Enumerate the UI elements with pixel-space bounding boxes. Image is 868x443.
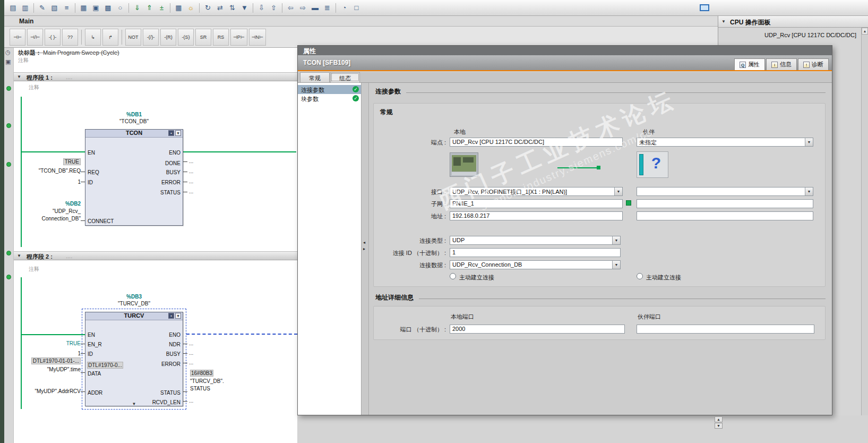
load-values-icon[interactable]: ⇅ (227, 3, 238, 13)
rs-flipflop-button[interactable]: RS (213, 29, 229, 46)
tcon-block[interactable]: TCON ▪ ▾ EN REQ ID CONNECT ENO DONE BUSY… (85, 129, 183, 226)
chevron-down-icon[interactable]: ▼ (805, 188, 813, 195)
chevron-down-icon[interactable]: ▼ (612, 236, 620, 244)
connect-operand-line1[interactable]: "UDP_Rcv_ (14, 208, 81, 214)
cpu-panel-scrollbar[interactable]: ▲ (861, 28, 868, 415)
pane-splitter[interactable]: ◂ ▸ (362, 83, 369, 415)
set-coil-button[interactable]: -(S) (178, 29, 194, 46)
chevron-down-icon[interactable]: ▼ (614, 188, 622, 195)
reset-coil-button[interactable]: -(R) (160, 29, 176, 46)
network-2-comment: 注释 (29, 266, 39, 273)
nav-item-connection-params[interactable]: 连接参数 ✓ (298, 85, 361, 94)
close-branch-button[interactable]: ↱ (102, 29, 118, 46)
id-operand[interactable]: 1 (14, 179, 81, 185)
program-editor[interactable]: 块标题： Main Program Sweep (Cycle) 注释 ▼ 程序段… (14, 48, 297, 443)
data-operand[interactable]: "MyUDP".time (14, 367, 81, 372)
block-options-icon[interactable]: ▾ (175, 313, 181, 319)
port-local-field[interactable]: 2000 (450, 325, 625, 334)
cpu-panel-header[interactable]: ▼ CPU 操作面板 (718, 16, 868, 28)
info-tab-button[interactable]: i 信息 (766, 58, 797, 70)
active-connection-radio-local[interactable] (450, 273, 456, 279)
network-1-header[interactable]: ▼ 程序段 1 : .... (14, 72, 297, 81)
contact-nc-button[interactable]: ⊣/⊢ (27, 29, 43, 46)
connect-operand-line2[interactable]: Connection_DB" (14, 216, 81, 222)
address-partner-field[interactable] (637, 211, 813, 220)
addr-operand[interactable]: "MyUDP".AddrRCV (14, 388, 81, 394)
collapse-network-icon[interactable]: ▼ (17, 74, 21, 79)
export-icon[interactable]: ⇑ (144, 3, 155, 13)
structure-alt-icon[interactable]: ≣ (322, 3, 333, 13)
port-partner-field[interactable] (637, 325, 814, 334)
go-online-icon[interactable]: ⇦ (285, 3, 296, 13)
block-options-icon[interactable]: ▾ (175, 130, 181, 136)
network-2-header[interactable]: ▼ 程序段 2 : .... (14, 251, 297, 260)
connection-type-select[interactable]: UDP▼ (450, 236, 621, 245)
chevron-down-icon[interactable]: ▼ (612, 261, 620, 269)
import-icon[interactable]: ⇓ (132, 3, 143, 13)
active-connection-radio-partner[interactable] (637, 273, 643, 279)
snapshot-icon[interactable]: ⇄ (214, 3, 226, 13)
not-button[interactable]: NOT (125, 29, 141, 46)
chevron-down-icon[interactable]: ▼ (721, 19, 726, 24)
connection-id-field[interactable]: 1 (450, 248, 621, 257)
data-inline-value: DTL#1970-0... (87, 362, 123, 369)
refresh-icon[interactable]: ↻ (202, 3, 213, 13)
scroll-down-icon[interactable]: ▼ (715, 423, 723, 429)
sr-flipflop-button[interactable]: SR (195, 29, 211, 46)
display-ic[interactable] (700, 4, 709, 11)
scroll-up-icon[interactable]: ▲ (862, 28, 868, 35)
subnet-local-field[interactable]: PN/IE_1 (450, 199, 623, 208)
comment-icon[interactable]: ○ (115, 3, 126, 13)
status-operand-line1[interactable]: "TURCV_DB". (190, 378, 224, 384)
splitter-left-icon[interactable]: ◂ (363, 240, 365, 245)
endpoint-local-field[interactable]: UDP_Rcv [CPU 1217C DC/DC/DC] (450, 138, 623, 147)
diagnostics-tab-button[interactable]: ! 诊断 (798, 58, 829, 70)
empty-box-button[interactable]: ?? (62, 29, 78, 46)
upload-icon[interactable]: ⇧ (268, 3, 279, 13)
printer-icon[interactable]: □ (351, 3, 362, 13)
delete-row-icon[interactable]: ▩ (102, 3, 114, 13)
block-image-icon[interactable]: ▪ (168, 313, 174, 319)
go-offline-icon[interactable]: ⇨ (297, 3, 308, 13)
coil-button[interactable]: -( )- (45, 29, 61, 46)
edit-icon[interactable]: ✎ (37, 3, 48, 13)
tab-general[interactable]: 常规 (300, 72, 330, 82)
id-operand[interactable]: 1 (14, 351, 81, 356)
n-trig-button[interactable]: ⊣N⊢ (249, 29, 266, 46)
req-operand[interactable]: "TCON_DB".REQ (14, 168, 81, 174)
nav-item-block-params[interactable]: 块参数 ✓ (298, 94, 361, 103)
new-icon[interactable]: ▤ (7, 3, 19, 13)
structure-icon[interactable]: ▬ (310, 3, 321, 13)
compare-icon[interactable]: ± (156, 3, 167, 13)
block-expander-icon[interactable]: ▼ (85, 402, 183, 406)
collapse-network-icon[interactable]: ▼ (17, 253, 21, 258)
contact-no-button[interactable]: ⊣⊢ (10, 29, 25, 46)
p-trig-button[interactable]: ⊣P⊢ (230, 29, 247, 46)
scroll-up-icon[interactable]: ▲ (715, 416, 723, 422)
insert-row-icon[interactable]: ▣ (90, 3, 101, 13)
address-local-field[interactable]: 192.168.0.217 (450, 211, 623, 220)
endpoint-partner-select[interactable]: 未指定▼ (637, 138, 813, 147)
properties-tab-button[interactable]: Q 属性 (734, 58, 765, 70)
favorites-icon[interactable]: ☼ (185, 3, 196, 13)
status-operand-line2[interactable]: STATUS (190, 386, 210, 391)
download-icon[interactable]: ⇩ (256, 3, 267, 13)
splitter-right-icon[interactable]: ▸ (363, 246, 365, 251)
interface-partner-select[interactable]: ▼ (637, 187, 813, 196)
monitor-glasses-icon[interactable]: ◔ (339, 3, 350, 13)
open-branch-button[interactable]: ↳ (85, 29, 101, 46)
insert-network-icon[interactable]: ▦ (78, 3, 89, 13)
subnet-partner-field[interactable] (637, 199, 813, 208)
chevron-down-icon[interactable]: ▼ (805, 138, 813, 146)
turcv-block[interactable]: TURCV ▪ ▾ EN EN_R ID DTL#1970-0... DATA … (85, 312, 183, 406)
connection-data-select[interactable]: UDP_Rcv_Connection_DB▼ (450, 260, 621, 269)
calculator-icon[interactable]: ▦ (173, 3, 184, 13)
open-icon[interactable]: ▥ (20, 3, 31, 13)
retain-values-icon[interactable]: ▼ (239, 3, 250, 13)
block-image-icon[interactable]: ▪ (168, 130, 174, 136)
interface-local-select[interactable]: UDP_Rcv, PROFINET接口_1[X1 : PN(LAN)]▼ (450, 187, 623, 196)
print-icon[interactable]: ▧ (49, 3, 60, 13)
negate-coil-button[interactable]: -(/)- (143, 29, 159, 46)
tab-configuration[interactable]: 组态 (330, 72, 360, 82)
list-icon[interactable]: ≡ (61, 3, 72, 13)
